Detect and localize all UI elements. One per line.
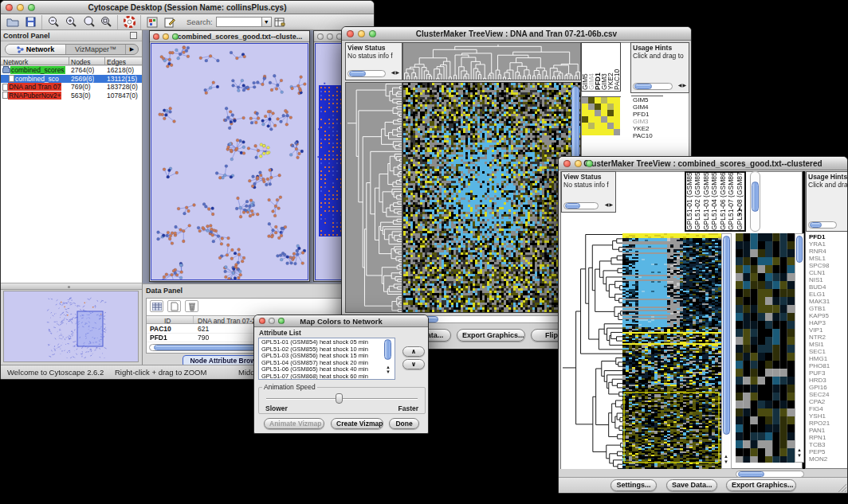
treeview2-zoom-vscrollbar[interactable]: ▲▼ bbox=[795, 233, 804, 463]
scroll-arrows-icon[interactable]: ▲▼ bbox=[386, 365, 391, 374]
treeview2-heatmap[interactable] bbox=[622, 233, 721, 469]
gene-label[interactable]: RPN1 bbox=[807, 434, 847, 441]
import-table-icon[interactable] bbox=[272, 15, 289, 29]
close-button[interactable] bbox=[563, 160, 571, 167]
zoom-out-icon[interactable] bbox=[45, 15, 62, 29]
gene-label[interactable]: MAK31 bbox=[807, 298, 847, 305]
scroll-arrows-icon[interactable]: ◀▶ bbox=[391, 68, 400, 76]
export-graphics-button[interactable]: Export Graphics... bbox=[457, 329, 525, 342]
done-button[interactable]: Done bbox=[389, 418, 419, 429]
gene-label[interactable]: GIM4 bbox=[631, 104, 663, 111]
treeview2-titlebar[interactable]: ClusterMaker TreeView : combined_scores_… bbox=[559, 157, 847, 170]
close-button[interactable] bbox=[347, 30, 354, 37]
close-button[interactable] bbox=[6, 4, 13, 11]
treeview2-row-dendrogram[interactable] bbox=[561, 233, 622, 469]
gene-label[interactable]: FIG4 bbox=[807, 405, 847, 412]
speed-slider-thumb[interactable] bbox=[336, 393, 343, 404]
scroll-thumb[interactable] bbox=[810, 222, 822, 228]
gene-label[interactable]: HRD3 bbox=[807, 377, 847, 384]
network-view-1[interactable] bbox=[151, 43, 308, 280]
move-up-button[interactable]: ∧ bbox=[402, 346, 425, 357]
treeview2-top-vscrollbar[interactable] bbox=[750, 171, 760, 232]
zoom-button[interactable] bbox=[586, 160, 593, 167]
gene-label[interactable]: GIM3 bbox=[631, 118, 663, 125]
gene-label[interactable]: SPC98 bbox=[807, 262, 847, 269]
gene-label[interactable]: HAP3 bbox=[807, 319, 847, 326]
gene-label[interactable]: NTR2 bbox=[807, 334, 847, 341]
scroll-thumb[interactable] bbox=[738, 471, 765, 477]
gene-label[interactable]: HMG1 bbox=[807, 355, 847, 362]
scroll-thumb[interactable] bbox=[796, 236, 803, 263]
search-input[interactable] bbox=[216, 17, 262, 27]
treeview2-zoom-heatmap[interactable] bbox=[736, 233, 795, 463]
zoom-selected-icon[interactable] bbox=[97, 15, 115, 29]
gene-label[interactable]: YRA1 bbox=[807, 240, 847, 248]
attribute-item[interactable]: GPL51-01 (GSM854) heat shock 05 min bbox=[259, 339, 395, 346]
treeview1-row-dendrogram[interactable] bbox=[345, 82, 402, 313]
settings-button[interactable]: Settings... bbox=[610, 479, 657, 491]
network-window-1-titlebar[interactable]: combined_scores_good.txt--cluste... bbox=[150, 31, 309, 42]
save-data-button[interactable]: Save Data... bbox=[666, 479, 717, 491]
attribute-item[interactable]: GPL51-02 (GSM855) heat shock 10 min bbox=[259, 346, 395, 354]
zoom-button[interactable] bbox=[172, 33, 179, 40]
zoom-button[interactable] bbox=[278, 318, 285, 324]
delete-attribute-icon[interactable] bbox=[185, 300, 198, 312]
network-row[interactable]: RNAPuberNov2+563(0)107847(0) bbox=[1, 92, 142, 100]
gene-label[interactable]: YSH1 bbox=[807, 412, 847, 420]
gene-label[interactable]: PAC10 bbox=[631, 132, 663, 139]
scroll-thumb[interactable] bbox=[752, 182, 759, 212]
gene-label[interactable]: KAP95 bbox=[807, 312, 847, 319]
gene-label[interactable]: MSI1 bbox=[807, 341, 847, 348]
network-row[interactable]: DNA and Tran 07769(0)183728(0) bbox=[1, 83, 142, 92]
new-attribute-icon[interactable] bbox=[167, 300, 181, 312]
save-icon[interactable] bbox=[22, 15, 39, 29]
scroll-thumb[interactable] bbox=[565, 203, 580, 209]
network-row[interactable]: combined_scores2764(0)16218(0) bbox=[1, 66, 142, 75]
usage-hints-scrollbar[interactable] bbox=[633, 83, 673, 90]
birdseye-canvas[interactable] bbox=[4, 291, 138, 361]
minimize-button[interactable] bbox=[163, 33, 169, 40]
col-network[interactable]: Network bbox=[3, 58, 28, 66]
vizmapper-icon[interactable] bbox=[143, 15, 161, 29]
col-edges[interactable]: Edges bbox=[107, 58, 126, 66]
scroll-arrows-icon[interactable]: ◀▶ bbox=[678, 81, 687, 89]
gene-label[interactable]: PFD1 bbox=[807, 233, 847, 240]
gene-label[interactable]: BUD4 bbox=[807, 283, 847, 291]
attribute-item[interactable]: GPL51-07 (GSM868) heat shock 60 min bbox=[259, 373, 395, 381]
scroll-thumb[interactable] bbox=[723, 236, 730, 435]
attribute-item[interactable]: GPL51-03 (GSM856) heat shock 15 min bbox=[259, 353, 395, 360]
move-down-button[interactable]: ∨ bbox=[402, 359, 425, 369]
zoom-button[interactable] bbox=[369, 30, 376, 37]
view-status-scrollbar[interactable] bbox=[347, 70, 386, 77]
close-button[interactable] bbox=[259, 318, 265, 324]
resize-grip-icon[interactable] bbox=[838, 484, 846, 492]
treeview1-column-dendrogram[interactable] bbox=[402, 42, 581, 80]
minimize-button[interactable] bbox=[575, 160, 582, 167]
attribute-table-icon[interactable] bbox=[150, 300, 163, 312]
birdseye-view[interactable] bbox=[3, 291, 139, 362]
annotation-icon[interactable] bbox=[161, 15, 179, 29]
network-canvas-1[interactable] bbox=[151, 44, 308, 280]
network-row[interactable]: combined_sco2569(6)13112(15) bbox=[1, 75, 142, 84]
create-vizmap-button[interactable]: Create Vizmap bbox=[331, 418, 383, 429]
treeview1-mini-heatmap[interactable] bbox=[582, 96, 621, 135]
col-nodes[interactable]: Nodes bbox=[71, 58, 91, 66]
attribute-list[interactable]: GPL51-01 (GSM854) heat shock 05 minGPL51… bbox=[258, 338, 395, 380]
gene-label[interactable]: PUF3 bbox=[807, 369, 847, 377]
gene-label[interactable]: PEP5 bbox=[807, 448, 847, 455]
gene-label[interactable]: SEC1 bbox=[807, 348, 847, 355]
gene-label[interactable]: YKE2 bbox=[631, 125, 663, 132]
scroll-thumb[interactable] bbox=[634, 84, 652, 89]
tab-network[interactable]: Network bbox=[6, 45, 66, 54]
gene-label[interactable]: GIM5 bbox=[631, 96, 663, 104]
gene-label[interactable]: MON2 bbox=[807, 455, 847, 463]
dialog-titlebar[interactable]: Map Colors to Network bbox=[254, 315, 428, 327]
zoom-button[interactable] bbox=[28, 4, 35, 11]
view-status-scrollbar[interactable] bbox=[563, 202, 599, 209]
open-folder-icon[interactable] bbox=[4, 15, 22, 29]
tab-overflow-button[interactable]: ▶ bbox=[125, 45, 138, 54]
treeview1-heatmap[interactable] bbox=[402, 82, 581, 313]
treeview2-main-vscrollbar[interactable]: ▲▼ bbox=[721, 233, 732, 469]
attribute-list-vscrollbar[interactable] bbox=[384, 339, 391, 360]
attribute-item[interactable]: GPL51-06 (GSM865) heat shock 40 min bbox=[259, 366, 395, 373]
